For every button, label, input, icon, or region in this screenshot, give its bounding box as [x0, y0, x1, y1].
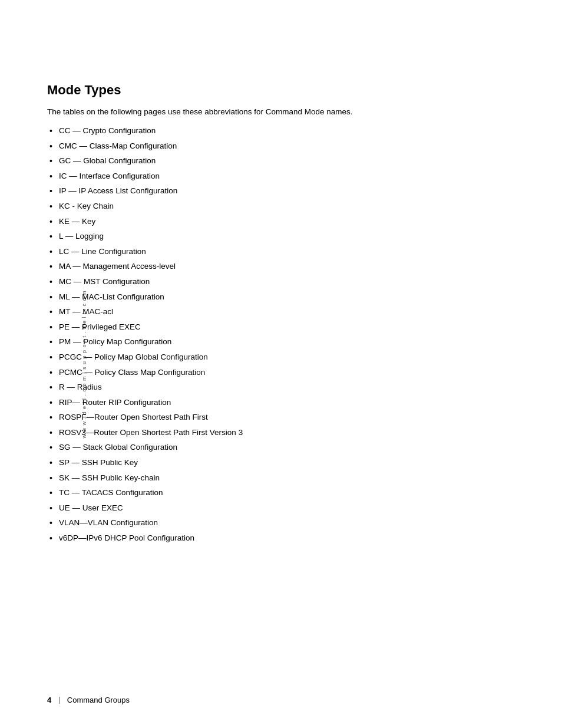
list-item: IP — IP Access List Configuration [47, 185, 515, 197]
list-item: PCGC — Policy Map Global Configuration [47, 351, 515, 364]
footer-separator: | [58, 695, 60, 704]
list-item: ROSPF—Router Open Shortest Path First [47, 411, 515, 424]
list-item: PE — Privileged EXEC [47, 321, 515, 334]
list-item: KC - Key Chain [47, 200, 515, 213]
list-item: MC — MST Configuration [47, 275, 515, 288]
list-item: CMC — Class-Map Configuration [47, 140, 515, 153]
list-item: R — Radius [47, 381, 515, 394]
list-item: ML — MAC-List Configuration [47, 291, 515, 304]
list-item: SG — Stack Global Configuration [47, 441, 515, 454]
list-item: GC — Global Configuration [47, 154, 515, 167]
list-item: MT — MAC-acl [47, 305, 515, 318]
page-title: Mode Types [47, 83, 515, 98]
list-item: CC — Crypto Configuration [47, 124, 515, 137]
list-item: SK — SSH Public Key-chain [47, 472, 515, 485]
list-item: ROSV3—Router Open Shortest Path First Ve… [47, 426, 515, 439]
list-item: LC — Line Configuration [47, 245, 515, 258]
list-item: VLAN—VLAN Configuration [47, 516, 515, 529]
footer-section-name: Command Groups [67, 696, 130, 704]
list-item: TC — TACACS Configuration [47, 486, 515, 499]
page-footer: 4 | Command Groups [47, 695, 515, 704]
list-item: v6DP—IPv6 DHCP Pool Configuration [47, 532, 515, 545]
list-item: KE — Key [47, 215, 515, 228]
list-item: MA — Management Access-level [47, 260, 515, 273]
list-item: RIP— Router RIP Configuration [47, 396, 515, 409]
main-content: Mode Types The tables on the following p… [47, 0, 515, 594]
intro-paragraph: The tables on the following pages use th… [47, 107, 515, 116]
list-item: SP — SSH Public Key [47, 456, 515, 469]
page-container: w w w . d e l l . c o m | s u p p o r t … [0, 0, 562, 728]
footer-page-number: 4 [47, 696, 51, 704]
list-item: PM — Policy Map Configuration [47, 335, 515, 348]
list-item: UE — User EXEC [47, 502, 515, 515]
list-item: L — Logging [47, 230, 515, 243]
list-item: PCMC — Policy Class Map Configuration [47, 366, 515, 379]
mode-types-list: CC — Crypto ConfigurationCMC — Class-Map… [47, 124, 515, 545]
list-item: IC — Interface Configuration [47, 170, 515, 183]
